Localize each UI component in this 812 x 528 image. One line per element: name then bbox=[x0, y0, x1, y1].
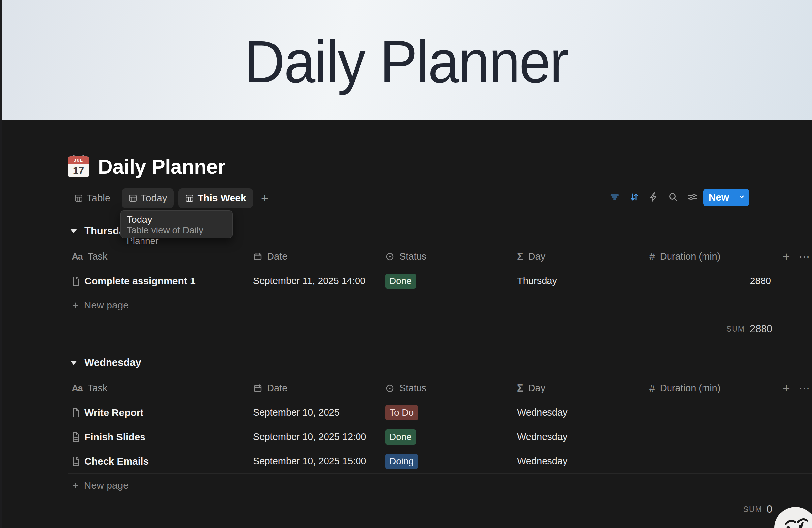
date-value: September 11, 2025 14:00 bbox=[253, 275, 365, 286]
sort-icon[interactable] bbox=[629, 192, 639, 202]
status-cell[interactable]: Done bbox=[381, 425, 513, 449]
table-row[interactable]: Complete assignment 1 September 11, 2025… bbox=[68, 269, 812, 293]
search-icon[interactable] bbox=[668, 192, 678, 202]
status-cell[interactable]: Doing bbox=[381, 449, 513, 473]
document-icon bbox=[72, 408, 80, 418]
calendar-day: 17 bbox=[68, 164, 89, 177]
column-header-day[interactable]: Σ Day bbox=[513, 244, 646, 269]
task-cell[interactable]: Finish Slides bbox=[68, 425, 249, 449]
duration-cell[interactable] bbox=[646, 425, 775, 449]
page-header: JUL 17 Daily Planner bbox=[68, 155, 812, 178]
calendar-page-icon[interactable]: JUL 17 bbox=[68, 155, 89, 177]
add-view-button[interactable]: + bbox=[258, 191, 272, 206]
group-header-wednesday[interactable]: Wednesday bbox=[68, 354, 812, 371]
calendar-month: JUL bbox=[68, 156, 89, 164]
duration-cell[interactable]: 2880 bbox=[646, 269, 775, 293]
task-cell[interactable]: Check Emails bbox=[68, 449, 249, 473]
day-value: Thursday bbox=[517, 275, 557, 286]
column-label: Date bbox=[267, 383, 287, 393]
tab-this-week[interactable]: This Week bbox=[178, 188, 253, 208]
tab-today-label: Today bbox=[141, 193, 167, 204]
column-header-status[interactable]: Status bbox=[381, 244, 513, 269]
task-title: Write Report bbox=[84, 407, 144, 418]
sum-label: SUM bbox=[743, 505, 762, 514]
column-label: Date bbox=[267, 251, 287, 262]
status-cell[interactable]: Done bbox=[381, 269, 513, 293]
notion-ai-button[interactable] bbox=[774, 507, 812, 528]
date-cell[interactable]: September 11, 2025 14:00 bbox=[249, 269, 381, 293]
column-header-status[interactable]: Status bbox=[381, 376, 513, 400]
table-column-headers: Aa Task Date Status Σ Day # Duration (mi… bbox=[68, 376, 812, 401]
text-property-icon: Aa bbox=[72, 252, 83, 262]
sum-row[interactable]: SUM 0 bbox=[68, 497, 812, 521]
view-settings-sliders-icon[interactable] bbox=[687, 192, 698, 202]
tab-table[interactable]: Table bbox=[68, 188, 117, 208]
table-column-headers: Aa Task Date Status Σ Day # Duration (mi… bbox=[68, 244, 812, 269]
group-toggle-icon[interactable] bbox=[70, 361, 77, 365]
duration-cell[interactable] bbox=[646, 401, 775, 424]
new-button-label[interactable]: New bbox=[704, 188, 734, 206]
day-cell[interactable]: Wednesday bbox=[513, 401, 646, 424]
new-button[interactable]: New bbox=[704, 188, 749, 206]
status-badge[interactable]: To Do bbox=[385, 405, 418, 420]
new-page-button[interactable]: + New page bbox=[68, 473, 812, 497]
new-page-button[interactable]: + New page bbox=[68, 293, 812, 317]
table-options-button[interactable]: ⋯ bbox=[799, 383, 810, 393]
calendar-icon bbox=[253, 383, 262, 393]
status-cell[interactable]: To Do bbox=[381, 401, 513, 424]
column-label: Status bbox=[400, 383, 426, 393]
task-cell[interactable]: Write Report bbox=[68, 401, 249, 424]
column-header-task[interactable]: Aa Task bbox=[68, 376, 249, 400]
tooltip-description: Table view of Daily Planner bbox=[127, 225, 226, 246]
row-trailing-cell bbox=[775, 269, 812, 293]
view-tabs: Table Today This Week + bbox=[68, 187, 812, 209]
ai-face-icon bbox=[780, 507, 811, 528]
task-cell[interactable]: Complete assignment 1 bbox=[68, 269, 249, 293]
table-row[interactable]: Check Emails September 10, 2025 15:00 Do… bbox=[68, 449, 812, 473]
column-header-date[interactable]: Date bbox=[249, 244, 381, 269]
table-row[interactable]: Write Report September 10, 2025 To Do We… bbox=[68, 401, 812, 425]
column-header-day[interactable]: Σ Day bbox=[513, 376, 646, 400]
sum-row[interactable]: SUM 2880 bbox=[68, 317, 812, 341]
tab-today[interactable]: Today bbox=[122, 188, 174, 208]
table-view-icon bbox=[185, 194, 194, 203]
table-options-button[interactable]: ⋯ bbox=[799, 251, 810, 262]
document-icon bbox=[72, 456, 80, 466]
status-badge[interactable]: Done bbox=[385, 274, 416, 289]
day-cell[interactable]: Thursday bbox=[513, 269, 646, 293]
chevron-down-icon bbox=[738, 193, 746, 202]
task-title: Finish Slides bbox=[84, 432, 145, 443]
date-cell[interactable]: September 10, 2025 12:00 bbox=[249, 425, 381, 449]
day-cell[interactable]: Wednesday bbox=[513, 449, 646, 473]
column-header-duration[interactable]: # Duration (min) bbox=[646, 244, 775, 269]
status-badge[interactable]: Done bbox=[385, 429, 416, 444]
column-header-task[interactable]: Aa Task bbox=[68, 244, 249, 269]
formula-sigma-icon: Σ bbox=[517, 251, 523, 263]
day-cell[interactable]: Wednesday bbox=[513, 425, 646, 449]
column-header-date[interactable]: Date bbox=[249, 376, 381, 400]
group-toggle-icon[interactable] bbox=[70, 229, 77, 233]
new-dropdown-button[interactable] bbox=[735, 188, 749, 206]
table-header-extras: + ⋯ bbox=[775, 244, 812, 269]
date-value: September 10, 2025 15:00 bbox=[253, 456, 366, 467]
column-label: Task bbox=[88, 383, 107, 393]
database-toolbar bbox=[609, 187, 698, 207]
formula-sigma-icon: Σ bbox=[517, 382, 523, 394]
add-column-button[interactable]: + bbox=[783, 251, 790, 263]
status-property-icon bbox=[385, 383, 394, 393]
date-cell[interactable]: September 10, 2025 bbox=[249, 401, 381, 424]
number-property-icon: # bbox=[649, 383, 655, 394]
column-label: Day bbox=[528, 251, 546, 262]
date-cell[interactable]: September 10, 2025 15:00 bbox=[249, 449, 381, 473]
column-label: Status bbox=[400, 251, 426, 262]
filter-icon[interactable] bbox=[609, 192, 620, 202]
automation-bolt-icon[interactable] bbox=[649, 192, 659, 202]
status-badge[interactable]: Doing bbox=[385, 454, 418, 469]
column-header-duration[interactable]: # Duration (min) bbox=[646, 376, 775, 400]
duration-cell[interactable] bbox=[646, 449, 775, 473]
add-column-button[interactable]: + bbox=[783, 382, 790, 394]
table-row[interactable]: Finish Slides September 10, 2025 12:00 D… bbox=[68, 425, 812, 449]
sum-value: 2880 bbox=[750, 323, 772, 335]
plus-icon: + bbox=[72, 299, 79, 312]
row-trailing-cell bbox=[775, 449, 812, 473]
